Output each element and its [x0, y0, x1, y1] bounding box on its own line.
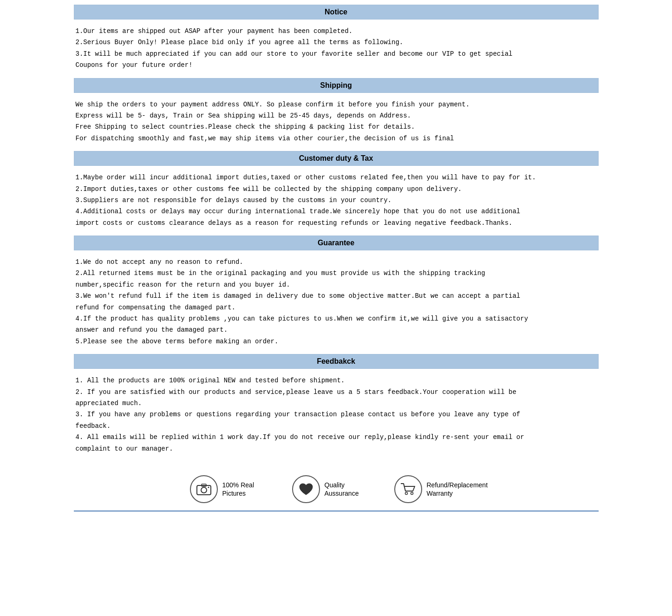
notice-section: Notice 1.Our items are shipped out ASAP … — [74, 5, 599, 78]
guarantee-line-5: refund for compensating the damaged part… — [76, 302, 597, 313]
badge-label-pictures: 100% Real Pictures — [222, 481, 278, 498]
duty-line-4: 4.Additional costs or delays may occur d… — [76, 206, 597, 216]
notice-content: 1.Our items are shipped out ASAP after y… — [74, 23, 599, 78]
shipping-line-2: Express will be 5- days, Train or Sea sh… — [76, 111, 597, 121]
guarantee-title: Guarantee — [318, 239, 354, 247]
guarantee-content: 1.We do not accept any no reason to refu… — [74, 254, 599, 354]
svg-point-5 — [411, 492, 413, 494]
duty-title: Customer duty & Tax — [299, 154, 373, 162]
guarantee-section: Guarantee 1.We do not accept any no reas… — [74, 236, 599, 354]
shipping-line-1: We ship the orders to your payment addre… — [76, 99, 597, 110]
shipping-section: Shipping We ship the orders to your paym… — [74, 78, 599, 151]
feedback-line-2: 2. If you are satisfied with our product… — [76, 387, 597, 397]
feedback-line-6: 4. All emails will be replied within 1 w… — [76, 432, 597, 442]
feedback-line-3: appreciated much. — [76, 398, 597, 408]
guarantee-line-6: 4.If the product has quality problems ,y… — [76, 314, 597, 324]
notice-title: Notice — [325, 8, 347, 16]
feedback-title: Feedbakck — [317, 357, 355, 365]
svg-point-1 — [201, 487, 207, 493]
footer-badges: 100% Real Pictures Quality Aussurance Re… — [74, 471, 599, 506]
duty-line-3: 3.Suppliers are not responsible for dela… — [76, 195, 597, 205]
feedback-content: 1. All the products are 100% original NE… — [74, 373, 599, 461]
cart-icon — [394, 475, 422, 503]
duty-header: Customer duty & Tax — [74, 151, 599, 166]
notice-line-3: 3.It will be much appreciated if you can… — [76, 49, 597, 59]
duty-line-1: 1.Maybe order will incur additional impo… — [76, 172, 597, 183]
camera-icon — [190, 475, 218, 503]
feedback-line-5: feedback. — [76, 421, 597, 431]
guarantee-line-3: number,specific reason for the return an… — [76, 280, 597, 290]
footer-divider — [74, 511, 599, 511]
badge-label-quality: Quality Aussurance — [325, 481, 380, 498]
duty-content: 1.Maybe order will incur additional impo… — [74, 170, 599, 236]
notice-line-2: 2.Serious Buyer Only! Please place bid o… — [76, 37, 597, 47]
duty-line-2: 2.Import duties,taxes or other customs f… — [76, 184, 597, 194]
badge-item-quality: Quality Aussurance — [292, 475, 380, 503]
guarantee-line-4: 3.We won't refund full if the item is da… — [76, 291, 597, 301]
feedback-header: Feedbakck — [74, 354, 599, 369]
svg-point-3 — [208, 486, 209, 488]
feedback-line-4: 3. If you have any problems or questions… — [76, 409, 597, 419]
svg-point-4 — [405, 492, 407, 494]
guarantee-header: Guarantee — [74, 236, 599, 250]
notice-line-1: 1.Our items are shipped out ASAP after y… — [76, 26, 597, 36]
shipping-header: Shipping — [74, 78, 599, 93]
guarantee-line-2: 2.All returned items must be in the orig… — [76, 268, 597, 278]
shipping-line-4: For dispatching smoothly and fast,we may… — [76, 133, 597, 144]
page-container: Notice 1.Our items are shipped out ASAP … — [74, 0, 599, 516]
guarantee-line-7: answer and refund you the damaged part. — [76, 325, 597, 335]
feedback-line-7: complaint to our manager. — [76, 444, 597, 454]
badge-item-refund: Refund/Replacement Warranty — [394, 475, 483, 503]
badge-item-pictures: 100% Real Pictures — [190, 475, 278, 503]
shipping-line-3: Free Shipping to select countries.Please… — [76, 122, 597, 132]
guarantee-line-8: 5.Please see the above terms before maki… — [76, 336, 597, 347]
notice-header: Notice — [74, 5, 599, 20]
duty-section: Customer duty & Tax 1.Maybe order will i… — [74, 151, 599, 236]
shipping-content: We ship the orders to your payment addre… — [74, 97, 599, 151]
badge-label-refund: Refund/Replacement Warranty — [427, 481, 483, 498]
heart-icon — [292, 475, 320, 503]
notice-line-4: Coupons for your future order! — [76, 60, 597, 70]
feedback-line-1: 1. All the products are 100% original NE… — [76, 375, 597, 386]
duty-line-5: import costs or customs clearance delays… — [76, 218, 597, 228]
feedback-section: Feedbakck 1. All the products are 100% o… — [74, 354, 599, 461]
shipping-title: Shipping — [320, 81, 352, 89]
guarantee-line-1: 1.We do not accept any no reason to refu… — [76, 257, 597, 267]
